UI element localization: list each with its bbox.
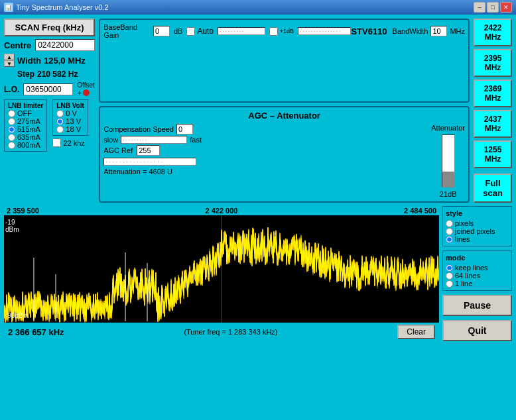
volt-13-radio[interactable] [56,118,64,125]
agc-ref-slider[interactable]: ················· [103,158,196,166]
attenuator-fill [442,172,454,187]
lnb-volt-box: LNB Volt 0 V 13 V 18 V [52,99,88,136]
mode-keep-radio[interactable] [446,264,453,272]
freq-right: 2 484 500 [404,207,436,215]
lnb-off-radio[interactable] [8,110,15,117]
lo-input[interactable] [23,83,73,95]
khz22-checkbox[interactable] [52,138,61,147]
style-lines-radio[interactable] [446,236,453,243]
lnb-635-radio[interactable] [8,134,15,141]
attenuator-value: 21dB [440,190,457,198]
mode-64-radio[interactable] [446,272,453,280]
volt-18-label: 18 V [66,125,81,133]
width-down-button[interactable]: ▼ [4,60,15,67]
volt-0-radio[interactable] [56,110,64,117]
comp-speed-input[interactable] [176,124,193,134]
style-lines-label: lines [455,235,470,243]
right-controls: style pixels joined pixels lines mode ke… [442,206,512,341]
stv-label: STV6110 [351,26,387,36]
agc-ref-dots: ················· [104,159,166,165]
lnb-limiter-box: LNB limiter OFF 275mA 515mA 635mA 800mA [4,99,47,152]
agc-ref-input[interactable] [137,145,160,156]
attenuation-value: 4608 U [149,168,172,176]
agc-speed-slider[interactable]: ········· [121,136,187,144]
comp-speed-label: Compensation Speed [103,125,174,133]
volt-0-label: 0 V [66,109,77,117]
freq-btn-4[interactable]: 1255 MHz [474,140,512,168]
bandwidth-unit: MHz [450,27,465,35]
baseband-gain-input[interactable] [153,26,170,36]
agc-ref-label: AGC Ref [103,146,133,154]
freq-btn-3[interactable]: 2437 MHz [474,110,512,138]
attenuator-label: Attenuator [431,124,465,132]
spectrum-canvas [4,215,439,323]
style-title: style [446,209,509,217]
baseband-db-label: dB [174,27,182,35]
attenuation-label: Attenuation = [103,168,147,176]
offset-plus-label: + [77,89,81,97]
clear-button[interactable]: Clear [397,325,435,339]
lnb-800-radio[interactable] [8,142,15,149]
lnb-800-label: 800mA [17,141,40,149]
lnb-275-label: 275mA [17,117,40,125]
baseband-slider[interactable]: ········· [218,27,265,35]
centre-input[interactable] [35,39,95,51]
mode-1-radio[interactable] [446,280,453,288]
lo-label: L.O. [4,85,19,94]
bandwidth-slider[interactable]: ··············· [298,27,351,35]
volt-13-label: 13 V [66,117,81,125]
auto-checkbox[interactable] [186,27,195,36]
mode-1-label: 1 line [455,280,472,288]
step-label: Step [17,70,34,79]
plus1db-checkbox[interactable] [269,27,278,36]
baseband-gain-label: BaseBand Gain [103,23,149,39]
attenuator-bar [442,134,455,187]
freq-btn-0[interactable]: 2422 MHz [474,19,512,46]
lnb-635-label: 635mA [17,133,40,141]
mode-keep-label: keep lines [455,264,488,272]
freq-left: 2 359 500 [7,207,39,215]
lnb-275-radio[interactable] [8,118,15,125]
lnb-volt-title: LNB Volt [56,102,84,109]
style-joined-radio[interactable] [446,228,453,235]
title-bar: 📊 Tiny Spectrum Analyser v0.2 – □ ✕ [0,0,516,15]
tuner-freq: (Tuner freq = 1 283 343 kHz) [184,328,277,336]
current-freq: 2 366 657 kHz [8,327,64,337]
volt-18-radio[interactable] [56,126,64,133]
close-button[interactable]: ✕ [500,2,512,13]
freq-btn-1[interactable]: 2395 MHz [474,49,512,77]
fast-label: fast [190,136,202,144]
slider-dots: ········· [218,28,246,34]
lnb-off-label: OFF [17,109,32,117]
quit-button[interactable]: Quit [442,320,512,341]
mode-box: mode keep lines 64 lines 1 line [442,250,512,291]
lnb-limiter-title: LNB limiter [8,102,43,109]
bandwidth-input[interactable] [430,26,447,36]
pause-button[interactable]: Pause [442,295,512,316]
right-buttons: 2422 MHz 2395 MHz 2369 MHz 2437 MHz 1255… [474,19,512,203]
scan-button[interactable]: SCAN Freq (kHz) [4,19,95,36]
freq-btn-2[interactable]: 2369 MHz [474,79,512,107]
app-icon: 📊 [4,3,13,12]
style-pixels-label: pixels [455,219,474,227]
offset-indicator [83,89,90,96]
width-up-button[interactable]: ▲ [4,54,15,60]
db-scale-top: -19dBm [5,219,19,233]
lnb-515-label: 515mA [17,125,40,133]
style-box: style pixels joined pixels lines [442,206,512,246]
agc-title: AGC – Attenuator [103,111,465,121]
width-value: 125,0 MHz [44,56,86,66]
width-label: Width [17,56,41,66]
minimize-button[interactable]: – [474,2,485,13]
khz22-label: 22 khz [63,139,84,147]
slow-label: slow [103,136,118,144]
style-joined-label: joined pixels [455,227,495,235]
maximize-button[interactable]: □ [487,2,499,13]
lnb-515-radio[interactable] [8,126,15,133]
centre-label: Centre [4,40,31,50]
auto-label: Auto [197,26,214,36]
full-scan-button[interactable]: Full scan [474,174,512,203]
bandwidth-label: BandWidth [393,27,428,35]
style-pixels-radio[interactable] [446,220,453,227]
app-title: Tiny Spectrum Analyser v0.2 [16,3,109,11]
